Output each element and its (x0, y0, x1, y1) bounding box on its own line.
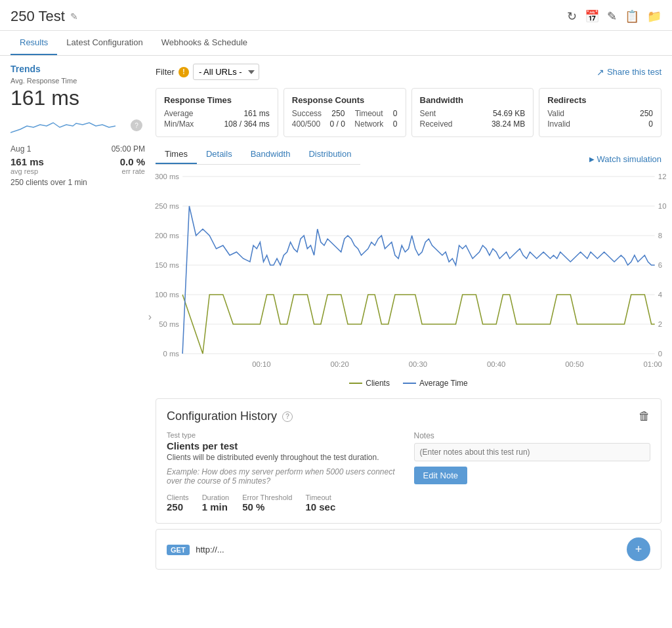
filter-info-icon[interactable]: ! (178, 67, 189, 77)
rt-minmax-row: Min/Max 108 / 364 ms (164, 119, 270, 129)
stat-card-redirects: Redirects Valid 250 Invalid 0 (539, 88, 662, 137)
page-title: 250 Test ✎ (10, 8, 78, 25)
chart-tab-bandwidth[interactable]: Bandwidth (242, 145, 300, 164)
notes-label: Notes (414, 431, 651, 440)
chart-tab-distribution[interactable]: Distribution (299, 145, 360, 164)
filter-label: Filter (156, 67, 175, 77)
chart-tab-times[interactable]: Times (156, 145, 197, 164)
config-title: Configuration History ? (167, 409, 293, 423)
config-body: Test type Clients per test Clients will … (167, 431, 650, 513)
config-left: Test type Clients per test Clients will … (167, 431, 404, 513)
param-timeout-label: Timeout (305, 493, 335, 501)
sidebar-expand-arrow[interactable]: › (148, 311, 152, 323)
svg-text:00:30: 00:30 (409, 360, 427, 368)
chart-tabs: Times Details Bandwidth Distribution (156, 145, 360, 165)
edit-title-icon[interactable]: ✎ (70, 11, 78, 22)
watch-simulation-link[interactable]: ▶ Watch simulation (589, 154, 662, 164)
get-section: GET http://... + (156, 529, 662, 570)
expand-fab-button[interactable]: + (627, 537, 650, 561)
filter-select[interactable]: - All URLs - (193, 64, 259, 80)
config-params: Clients 250 Duration 1 min Error Thresho… (167, 493, 404, 513)
metric-avg-val: 161 ms (10, 156, 44, 167)
config-right: Notes Edit Note (414, 431, 651, 513)
metric-err-label: err rate (120, 167, 145, 175)
get-method-badge: GET (167, 545, 190, 555)
svg-text:4: 4 (658, 291, 662, 299)
svg-text:10: 10 (658, 202, 667, 210)
response-times-title: Response Times (164, 95, 270, 105)
svg-text:8: 8 (658, 232, 662, 240)
calendar-icon[interactable]: 📅 (585, 9, 599, 24)
rd-valid-row: Valid 250 (547, 109, 653, 118)
svg-text:50 ms: 50 ms (159, 320, 179, 328)
edit-icon[interactable]: ✎ (607, 9, 617, 24)
tab-latest-config[interactable]: Latest Configuration (57, 31, 152, 55)
test-desc: Clients will be distributed evenly throu… (167, 453, 404, 462)
svg-text:300 ms: 300 ms (155, 173, 179, 180)
response-counts-title: Response Counts (292, 95, 398, 105)
tab-webhooks[interactable]: Webhooks & Schedule (152, 31, 257, 55)
rt-average-row: Average 161 ms (164, 109, 270, 118)
edit-note-button[interactable]: Edit Note (414, 467, 467, 484)
get-url-row: GET http://... (167, 545, 224, 555)
folder-icon[interactable]: 📁 (647, 9, 662, 24)
svg-text:00:40: 00:40 (487, 360, 505, 368)
svg-text:12: 12 (658, 173, 667, 180)
rd-invalid-row: Invalid 0 (547, 119, 653, 129)
svg-text:2: 2 (658, 320, 662, 328)
svg-text:00:50: 00:50 (565, 360, 583, 368)
svg-text:00:20: 00:20 (331, 360, 349, 368)
notes-input[interactable] (414, 443, 651, 461)
param-timeout-value: 10 sec (305, 501, 335, 513)
param-clients-value: 250 (167, 501, 189, 513)
param-duration-value: 1 min (202, 501, 230, 513)
config-help-icon[interactable]: ? (282, 411, 293, 422)
param-clients-label: Clients (167, 493, 189, 501)
chart-legend: Clients Average Time (156, 379, 662, 388)
svg-text:100 ms: 100 ms (155, 291, 179, 299)
stat-card-bandwidth: Bandwidth Sent 54.69 KB Received 38.24 M… (411, 88, 534, 137)
svg-text:6: 6 (658, 261, 662, 269)
sparkline-info-icon[interactable]: ? (131, 119, 142, 131)
redirects-title: Redirects (547, 95, 653, 105)
test-example: Example: How does my server perform when… (167, 467, 404, 486)
chart-tab-details[interactable]: Details (197, 145, 242, 164)
config-section: Configuration History ? 🗑 Test type Clie… (156, 398, 662, 524)
avg-value: 161 ms (10, 86, 145, 110)
tab-results[interactable]: Results (10, 31, 57, 55)
param-error-value: 50 % (242, 501, 292, 513)
legend-avg-time: Average Time (403, 379, 468, 388)
avg-label: Avg. Response Time (10, 77, 145, 85)
right-panel: Filter ! - All URLs - ↗ Share this test … (156, 64, 662, 570)
delete-config-icon[interactable]: 🗑 (639, 409, 650, 423)
chart-area: 300 ms 250 ms 200 ms 150 ms 100 ms 50 ms… (156, 170, 662, 373)
svg-text:0 ms: 0 ms (163, 350, 179, 358)
test-type-label: Test type (167, 431, 404, 439)
stat-card-response-times: Response Times Average 161 ms Min/Max 10… (156, 88, 278, 137)
stats-cards: Response Times Average 161 ms Min/Max 10… (156, 88, 662, 137)
metrics-row: 161 ms avg resp 0.0 % err rate (10, 156, 145, 175)
header-icons: ↻ 📅 ✎ 📋 📁 (567, 9, 662, 24)
svg-text:00:10: 00:10 (252, 360, 270, 368)
bw-sent-row: Sent 54.69 KB (420, 109, 526, 118)
param-duration-label: Duration (202, 493, 230, 501)
param-error-threshold: Error Threshold 50 % (242, 493, 292, 513)
refresh-icon[interactable]: ↻ (567, 9, 577, 24)
filter-left: Filter ! - All URLs - (156, 64, 259, 80)
share-link[interactable]: ↗ Share this test (597, 67, 662, 77)
date-row: Aug 1 05:00 PM (10, 144, 145, 154)
page-header: 250 Test ✎ ↻ 📅 ✎ 📋 📁 (0, 0, 672, 31)
trends-title: Trends (10, 64, 145, 74)
config-header: Configuration History ? 🗑 (167, 409, 650, 423)
rc-success-row: Success 250 Timeout 0 (292, 109, 398, 118)
chart-section: Times Details Bandwidth Distribution ▶ W… (156, 145, 662, 388)
filter-row: Filter ! - All URLs - ↗ Share this test (156, 64, 662, 80)
param-clients: Clients 250 (167, 493, 189, 513)
sidebar-time: 05:00 PM (112, 144, 145, 154)
main-tabs: Results Latest Configuration Webhooks & … (0, 31, 672, 56)
copy-icon[interactable]: 📋 (625, 9, 639, 24)
param-duration: Duration 1 min (202, 493, 230, 513)
clients-info: 250 clients over 1 min (10, 178, 145, 187)
test-type-value: Clients per test (167, 440, 404, 451)
legend-clients: Clients (349, 379, 390, 388)
